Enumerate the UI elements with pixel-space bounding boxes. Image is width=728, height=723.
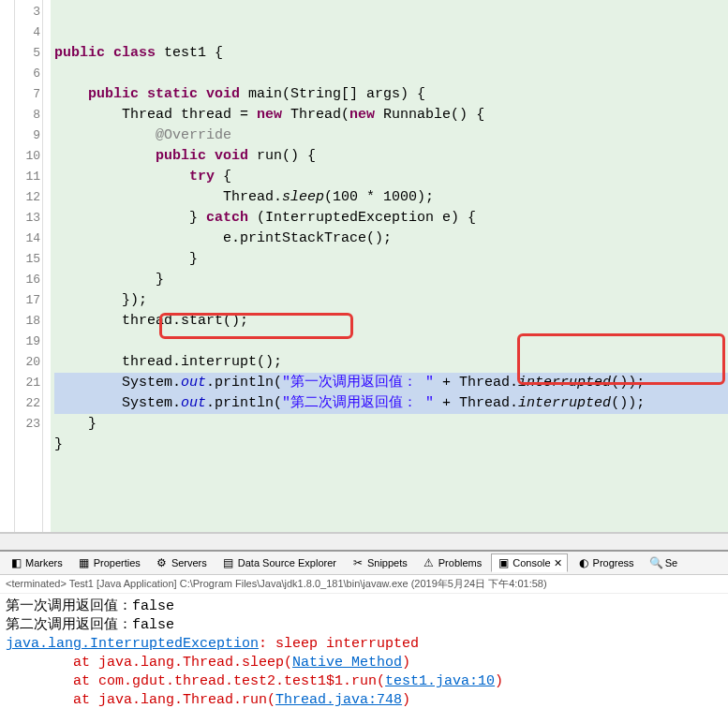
- code-line[interactable]: }: [54, 270, 728, 290]
- code-token: "第二次调用返回值： ": [282, 395, 434, 411]
- console-text: at java.lang.Thread.sleep(: [6, 655, 292, 671]
- view-tab-progress[interactable]: ◐Progress: [572, 553, 640, 572]
- code-line[interactable]: } catch (InterruptedException e) {: [54, 208, 728, 229]
- code-token: run() {: [257, 148, 316, 164]
- line-number: 9: [15, 125, 42, 146]
- code-line[interactable]: Thread thread = new Thread(new Runnable(…: [54, 105, 728, 125]
- stacktrace-link[interactable]: test1.java:10: [385, 673, 495, 689]
- code-token: catch: [206, 210, 257, 226]
- code-line[interactable]: @Override: [54, 125, 728, 146]
- code-token: thread: [181, 107, 231, 123]
- tab-icon: ▣: [497, 556, 510, 569]
- line-number: 18: [15, 311, 42, 332]
- console-text: ): [402, 655, 410, 671]
- code-token: out: [181, 375, 206, 391]
- tab-label: Problems: [438, 557, 482, 568]
- console-output[interactable]: 第一次调用返回值：false第二次调用返回值：falsejava.lang.In…: [0, 594, 728, 723]
- view-tab-problems[interactable]: ⚠Problems: [417, 553, 487, 572]
- code-token: new: [257, 107, 290, 123]
- view-tab-console[interactable]: ▣Console ✕: [491, 553, 567, 572]
- code-area[interactable]: public class test1 { public static void …: [51, 0, 728, 532]
- code-token: "第一次调用返回值： ": [282, 375, 434, 391]
- view-tab-servers[interactable]: ⚙Servers: [150, 553, 213, 572]
- code-line[interactable]: [54, 64, 728, 84]
- code-line[interactable]: try {: [54, 167, 728, 187]
- code-editor[interactable]: 34567891011121314151617181920212223 publ…: [0, 0, 728, 533]
- code-token: Thread: [54, 107, 181, 123]
- code-token: Runnable() {: [383, 107, 484, 123]
- line-number: 10: [15, 146, 42, 167]
- code-token: public void: [156, 148, 257, 164]
- code-line[interactable]: Thread.sleep(100 * 1000);: [54, 187, 728, 208]
- code-token: System.: [54, 375, 181, 391]
- editor-horizontal-scrollbar[interactable]: [0, 533, 728, 550]
- line-number: 4: [15, 22, 42, 43]
- line-number: 12: [15, 187, 42, 208]
- views-tabbar[interactable]: ◧Markers▦Properties⚙Servers▤Data Source …: [0, 552, 728, 575]
- code-line[interactable]: [54, 455, 728, 476]
- code-line[interactable]: }: [54, 435, 728, 455]
- code-token: {: [223, 169, 231, 184]
- line-number: 3: [15, 2, 42, 22]
- view-tab-snippets[interactable]: ✂Snippets: [346, 553, 413, 572]
- line-number: 5: [15, 43, 42, 64]
- console-line: 第一次调用返回值：false: [6, 598, 722, 616]
- console-line: java.lang.InterruptedException: sleep in…: [6, 635, 722, 654]
- tab-icon: ✂: [351, 556, 364, 569]
- code-line[interactable]: public static void main(String[] args) {: [54, 84, 728, 105]
- tab-icon: ⚠: [423, 556, 436, 569]
- tab-label: Markers: [25, 557, 63, 568]
- stacktrace-link[interactable]: Native Method: [292, 655, 402, 671]
- view-tab-markers[interactable]: ◧Markers: [4, 553, 68, 572]
- line-number: 11: [15, 167, 42, 187]
- code-line[interactable]: });: [54, 290, 728, 311]
- tab-icon: ▦: [78, 556, 91, 569]
- tab-label: Console: [513, 557, 550, 568]
- code-token: ());: [611, 395, 645, 411]
- fold-column: [43, 0, 51, 532]
- close-icon[interactable]: ✕: [554, 557, 562, 569]
- code-line[interactable]: }: [54, 414, 728, 435]
- console-line: 第二次调用返回值：false: [6, 616, 722, 635]
- tab-label: Se: [665, 557, 677, 568]
- code-line[interactable]: public class test1 {: [54, 43, 728, 64]
- code-token: }: [54, 436, 63, 452]
- code-line[interactable]: System.out.println("第一次调用返回值： " + Thread…: [54, 373, 728, 393]
- line-number: 16: [15, 270, 42, 290]
- view-tab-se[interactable]: 🔍Se: [644, 553, 683, 572]
- code-token: ());: [611, 375, 645, 391]
- code-token: [54, 127, 156, 143]
- code-token: (InterruptedException e) {: [257, 210, 476, 226]
- console-text: ): [402, 692, 410, 708]
- tab-icon: ◐: [577, 556, 590, 569]
- view-tab-data-source-explorer[interactable]: ▤Data Source Explorer: [216, 553, 342, 572]
- code-line[interactable]: public void run() {: [54, 146, 728, 167]
- tab-label: Servers: [171, 557, 207, 568]
- code-token: }: [54, 416, 97, 432]
- code-token: .println(: [206, 375, 282, 391]
- code-line[interactable]: e.printStackTrace();: [54, 229, 728, 249]
- code-line[interactable]: [54, 332, 728, 352]
- line-number: 23: [15, 414, 42, 435]
- line-number: 6: [15, 64, 42, 84]
- code-token: try: [189, 169, 223, 184]
- code-token: + Thread.: [434, 395, 518, 411]
- stacktrace-link[interactable]: java.lang.InterruptedException: [6, 636, 259, 652]
- code-token: interrupted: [518, 375, 611, 391]
- code-line[interactable]: }: [54, 249, 728, 270]
- console-text: at com.gdut.thread.test2.test1$1.run(: [6, 673, 385, 689]
- view-tab-properties[interactable]: ▦Properties: [72, 553, 146, 572]
- code-line[interactable]: thread.start();: [54, 311, 728, 332]
- console-text: : sleep interrupted: [259, 636, 419, 652]
- tab-label: Progress: [593, 557, 634, 568]
- code-token: });: [54, 292, 147, 308]
- code-token: thread.interrupt();: [54, 354, 282, 370]
- line-number: 15: [15, 249, 42, 270]
- console-text: at java.lang.Thread.run(: [6, 692, 275, 708]
- code-line[interactable]: thread.interrupt();: [54, 352, 728, 373]
- code-token: + Thread.: [434, 375, 518, 391]
- code-token: System.: [54, 395, 181, 411]
- code-line[interactable]: System.out.println("第二次调用返回值： " + Thread…: [54, 393, 728, 414]
- console-line: at java.lang.Thread.sleep(Native Method): [6, 654, 722, 672]
- stacktrace-link[interactable]: Thread.java:748: [275, 692, 402, 708]
